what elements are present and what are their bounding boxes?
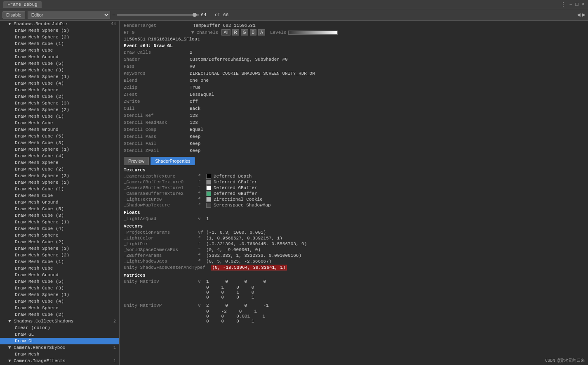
next-frame-button[interactable]: ▶ (582, 11, 586, 18)
channel-r-btn[interactable]: R (232, 29, 239, 36)
list-item[interactable]: Draw Mesh Ground (0, 272, 119, 278)
levels-slider[interactable] (288, 31, 338, 35)
channel-a-btn[interactable]: A (258, 29, 265, 36)
list-item[interactable]: Draw Mesh Cube (4) (0, 153, 119, 159)
tex-value-depth: Deferred Depth (214, 174, 252, 179)
list-item[interactable]: Draw Mesh Cube (0, 47, 119, 54)
menu-icon[interactable]: ⋮ (561, 1, 566, 7)
vec-type-lightshadowdata: f (198, 259, 206, 264)
maximize-icon[interactable]: □ (576, 2, 579, 7)
prop-stencil-fail: Stencil Fail Keep (124, 141, 584, 147)
list-item[interactable]: Draw Mesh Cube (4) (0, 298, 119, 305)
section-camera-skybox-badge: 1 (113, 346, 116, 350)
editor-dropdown[interactable]: Editor (28, 11, 110, 19)
section-shadows-render[interactable]: ▼ Shadows.RenderJobDir 44 (0, 21, 119, 27)
vec-type-worldcampos: f (198, 247, 206, 252)
section-collect-shadows[interactable]: ▼ Shadows.CollectShadows 2 (0, 318, 119, 325)
tex-swatch-lighttex (206, 197, 211, 202)
list-item[interactable]: Draw Mesh Sphere (1) (0, 73, 119, 80)
prop-blend-name: Blend (124, 78, 190, 83)
list-item[interactable]: Draw Mesh Sphere (1) (0, 292, 119, 298)
list-item[interactable]: Draw Mesh Cube (1) (0, 186, 119, 192)
list-item[interactable]: Draw Mesh Sphere (3) (0, 27, 119, 34)
list-item[interactable]: Draw Mesh Cube (5) (0, 278, 119, 285)
channels-row: RT 0 ▼ Channels All R G B A Levels (124, 29, 584, 36)
list-item[interactable]: Draw Mesh Ground (0, 199, 119, 206)
matrix-v-r0: 1 0 0 0 (206, 279, 266, 284)
frame-current: 64 (201, 12, 213, 17)
preview-tab[interactable]: Preview (124, 157, 149, 165)
title-tab: Frame Debug (3, 1, 42, 8)
list-item[interactable]: Draw Mesh Ground (0, 126, 119, 133)
list-item[interactable]: Draw Mesh Sphere (1) (0, 219, 119, 225)
tex-type-gbuf0: f (198, 180, 206, 185)
clear-color-item[interactable]: Clear (color) (0, 325, 119, 331)
disable-button[interactable]: Disable (2, 11, 25, 19)
tex-row-shadowmap: _ShadowMapTexture f Screenspace ShadowMa… (124, 203, 584, 208)
list-item[interactable]: Draw Mesh Cube (0, 265, 119, 272)
channel-all-btn[interactable]: All (221, 29, 230, 36)
prop-stencil-zfail-value: Keep (190, 148, 584, 153)
vec-row-projparams: _ProjectionParams vf (-1, 0.3, 1000, 0.0… (124, 230, 584, 235)
list-item[interactable]: Draw Mesh Cube (3) (0, 285, 119, 292)
list-item[interactable]: Draw Mesh Cube (0, 192, 119, 199)
prop-cull-value: Back (190, 106, 584, 111)
list-item[interactable]: Draw Mesh Cube (0, 120, 119, 126)
draw-mesh-item[interactable]: Draw Mesh (0, 351, 119, 358)
prop-shader-value: Custom/DeferredShading, SubShader #0 (190, 57, 584, 62)
prop-stencil-pass: Stencil Pass Keep (124, 134, 584, 140)
list-item[interactable]: Draw Mesh Cube (3) (0, 140, 119, 146)
section-camera-imageeffects[interactable]: ▼ Camera.ImageEffects 1 (0, 358, 119, 364)
vec-row-lightshadowdata: _LightShadowData f (0, 5, 0.025, -2.6666… (124, 259, 584, 264)
close-icon[interactable]: × (582, 2, 585, 7)
tex-name-gbuf2: _CameraGBufferTexture2 (124, 191, 198, 196)
list-item[interactable]: Draw Mesh Ground (0, 54, 119, 60)
tex-type-gbuf1: f (198, 185, 206, 190)
prev-frame-button[interactable]: ◀ (577, 11, 580, 18)
channel-b-btn[interactable]: B (250, 29, 257, 36)
matrix-vp-name: unity_MatrixVP (124, 303, 198, 308)
draw-gl-item-2-selected[interactable]: Draw GL (0, 338, 119, 344)
tex-value-gbuf1: Deferred GBuffer (214, 185, 257, 190)
prop-stencil-pass-value: Keep (190, 134, 584, 139)
list-item[interactable]: Draw Mesh Sphere (3) (0, 173, 119, 179)
shaderprops-tab[interactable]: ShaderProperties (151, 157, 195, 165)
list-item[interactable]: Draw Mesh Sphere (2) (0, 34, 119, 40)
list-item[interactable]: Draw Mesh Cube (4) (0, 80, 119, 87)
list-item[interactable]: Draw Mesh Sphere (2) (0, 107, 119, 113)
tex-name-shadowmap: _ShadowMapTexture (124, 203, 198, 208)
list-item[interactable]: Draw Mesh Cube (2) (0, 311, 119, 318)
watermark: CSDN @异次元的归来 (545, 358, 585, 363)
list-item[interactable]: Draw Mesh Cube (1) (0, 113, 119, 120)
list-item[interactable]: Draw Mesh Sphere (1) (0, 146, 119, 153)
list-item[interactable]: Draw Mesh Cube (4) (0, 225, 119, 232)
list-item[interactable]: Draw Mesh Cube (3) (0, 212, 119, 219)
list-item[interactable]: Draw Mesh Sphere (2) (0, 179, 119, 186)
list-item[interactable]: Draw Mesh Sphere (3) (0, 100, 119, 107)
list-item[interactable]: Draw Mesh Cube (1) (0, 40, 119, 47)
list-item[interactable]: Draw Mesh Cube (2) (0, 93, 119, 100)
channel-g-btn[interactable]: G (241, 29, 248, 36)
list-item[interactable]: Draw Mesh Cube (1) (0, 258, 119, 265)
list-item[interactable]: Draw Mesh Cube (5) (0, 60, 119, 67)
list-item[interactable]: Draw Mesh Cube (2) (0, 239, 119, 245)
section-camera-skybox[interactable]: ▼ Camera.RenderSkybox 1 (0, 344, 119, 351)
matrix-vp-type: v (198, 303, 206, 308)
list-item[interactable]: Draw Mesh Cube (2) (0, 166, 119, 173)
tex-name-gbuf1: _CameraGBufferTexture1 (124, 185, 198, 190)
draw-gl-item-1[interactable]: Draw GL (0, 331, 119, 338)
minimize-icon[interactable]: − (569, 2, 572, 7)
prop-pass: Pass #0 (124, 64, 584, 70)
vec-type-projparams: vf (198, 230, 206, 235)
list-item[interactable]: Draw Mesh Cube (5) (0, 133, 119, 140)
list-item[interactable]: Draw Mesh Sphere (3) (0, 245, 119, 252)
frame-slider[interactable] (117, 14, 199, 16)
list-item[interactable]: Draw Mesh Cube (5) (0, 206, 119, 212)
list-item[interactable]: Draw Mesh Sphere (0, 305, 119, 311)
matrix-unity-matrixv: unity_MatrixV v 1 0 0 0 0100 0010 0001 (124, 279, 584, 300)
list-item[interactable]: Draw Mesh Sphere (0, 87, 119, 93)
list-item[interactable]: Draw Mesh Sphere (2) (0, 252, 119, 258)
list-item[interactable]: Draw Mesh Cube (3) (0, 67, 119, 73)
list-item[interactable]: Draw Mesh Sphere (0, 159, 119, 166)
list-item[interactable]: Draw Mesh Sphere (0, 232, 119, 239)
